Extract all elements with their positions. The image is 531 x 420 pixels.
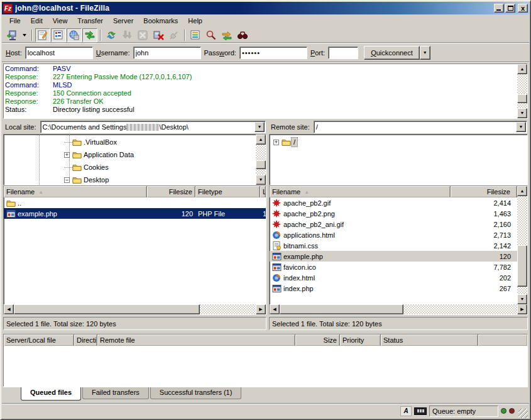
toolbar-button[interactable] xyxy=(204,28,219,42)
remote-horizontal-scrollbar[interactable]: ◀ ▶ xyxy=(270,304,527,314)
menu-item[interactable]: Edit xyxy=(26,16,48,26)
file-row[interactable]: favicon.ico 7,782 xyxy=(270,262,517,272)
file-row[interactable]: example.php 120 PHP File 1 xyxy=(4,208,266,219)
scroll-right-button[interactable]: ▶ xyxy=(256,304,266,314)
file-row[interactable]: bitnami.css 2,142 xyxy=(270,240,517,251)
toolbar-button[interactable] xyxy=(135,28,150,42)
toolbar-button[interactable] xyxy=(67,28,82,42)
queue-tab[interactable]: Successful transfers (1) xyxy=(150,387,242,399)
scroll-thumb[interactable] xyxy=(517,94,527,103)
tree-item[interactable]: + / xyxy=(270,136,527,148)
resize-grip[interactable] xyxy=(518,409,528,418)
local-path-combobox[interactable]: C:\Documents and Settings\Desktop\ ▼ xyxy=(40,121,266,133)
host-input[interactable] xyxy=(25,47,93,59)
local-tree-scrollbar[interactable]: ▲ ▼ xyxy=(256,135,266,185)
local-horizontal-scrollbar[interactable]: ◀ ▶ xyxy=(4,304,266,314)
column-header-remote-file[interactable]: Remote file xyxy=(97,334,295,346)
tree-item-label[interactable]: Desktop xyxy=(82,175,111,184)
scroll-up-button[interactable]: ▲ xyxy=(517,64,527,74)
username-input[interactable] xyxy=(133,47,201,59)
scroll-track[interactable] xyxy=(517,74,527,108)
scroll-thumb[interactable] xyxy=(280,304,403,314)
file-row[interactable]: apache_pb2_ani.gif 2,160 xyxy=(270,219,517,229)
tree-item[interactable]: + Application Data xyxy=(4,148,256,161)
menu-item[interactable]: Server xyxy=(108,16,138,26)
file-row[interactable]: .. xyxy=(4,197,266,208)
local-path-dropdown-icon[interactable]: ▼ xyxy=(255,122,265,132)
close-button[interactable]: x xyxy=(518,4,528,13)
tree-expander-icon[interactable]: + xyxy=(64,152,70,158)
tree-item-label[interactable]: Application Data xyxy=(82,150,136,159)
column-header-filename[interactable]: Filename▲ xyxy=(270,186,451,197)
column-header-status[interactable]: Status xyxy=(381,334,478,346)
toolbar-button[interactable] xyxy=(104,28,119,42)
column-header-direction[interactable]: Directi... xyxy=(74,334,97,346)
toolbar-button[interactable] xyxy=(151,28,166,42)
toolbar-button[interactable] xyxy=(35,28,50,42)
toolbar-button[interactable] xyxy=(4,28,19,42)
remote-path-dropdown-icon[interactable]: ▼ xyxy=(516,122,526,132)
queue-tab[interactable]: Failed transfers xyxy=(82,387,149,399)
tree-item[interactable]: − Desktop xyxy=(4,174,256,185)
column-header-lastmodified[interactable]: L xyxy=(260,186,266,197)
toolbar-button[interactable] xyxy=(188,28,203,42)
minimize-button[interactable] xyxy=(494,4,504,13)
tree-item[interactable]: Cookies xyxy=(4,161,256,174)
column-header-filesize[interactable]: Filesize xyxy=(147,186,195,197)
column-header-filename[interactable]: Filename▲ xyxy=(4,186,147,197)
file-row[interactable]: applications.html 2,713 xyxy=(270,229,517,240)
column-header-filesize[interactable]: Filesize xyxy=(451,186,517,197)
scroll-track[interactable] xyxy=(14,304,256,314)
remote-path-combobox[interactable]: / ▼ xyxy=(314,121,527,133)
file-row[interactable]: apache_pb2.gif 2,414 xyxy=(270,197,517,208)
tree-item-label[interactable]: / xyxy=(291,137,298,147)
queue-body[interactable] xyxy=(4,346,527,386)
password-input[interactable] xyxy=(239,47,307,59)
queue-tab[interactable]: Queued files xyxy=(21,387,81,401)
port-input[interactable] xyxy=(328,47,358,59)
message-log-scrollbar[interactable]: ▲ ▼ xyxy=(517,64,527,118)
column-header-priority[interactable]: Priority xyxy=(340,334,381,346)
menu-item[interactable]: Transfer xyxy=(72,16,108,26)
scroll-track[interactable] xyxy=(517,196,527,294)
speed-limit-indicator-icon[interactable] xyxy=(414,407,427,415)
file-row[interactable]: index.php 267 xyxy=(270,283,517,294)
scroll-right-button[interactable]: ▶ xyxy=(517,304,527,314)
remote-list-scrollbar[interactable]: ▲ ▼ xyxy=(517,186,527,304)
scroll-up-button[interactable]: ▲ xyxy=(256,135,266,145)
scroll-track[interactable] xyxy=(256,145,266,175)
tree-item[interactable]: .VirtualBox xyxy=(4,136,256,148)
file-row[interactable]: apache_pb2.png 1,463 xyxy=(270,208,517,219)
tree-expander-icon[interactable]: − xyxy=(64,177,70,183)
quickconnect-dropdown-button[interactable]: ▼ xyxy=(420,46,430,60)
menu-item[interactable]: View xyxy=(48,16,73,26)
ascii-transfer-indicator-icon[interactable]: A xyxy=(400,406,412,416)
toolbar-button[interactable] xyxy=(51,28,66,42)
menu-item[interactable]: Help xyxy=(183,16,207,26)
tree-item-label[interactable]: Cookies xyxy=(82,163,111,172)
file-row[interactable]: example.php 120 xyxy=(270,251,517,262)
tree-expander-icon[interactable]: + xyxy=(273,140,279,145)
title-bar[interactable]: Fz john@localhost - FileZilla x xyxy=(2,2,529,14)
toolbar-button[interactable] xyxy=(167,28,182,42)
scroll-down-button[interactable]: ▼ xyxy=(256,175,266,185)
scroll-down-button[interactable]: ▼ xyxy=(517,108,527,118)
scroll-thumb[interactable] xyxy=(14,304,200,314)
toolbar-button[interactable] xyxy=(119,28,134,42)
menu-item[interactable]: File xyxy=(4,16,26,26)
scroll-up-button[interactable]: ▲ xyxy=(517,186,527,196)
column-header-filetype[interactable]: Filetype xyxy=(195,186,260,197)
toolbar-button[interactable] xyxy=(219,28,234,42)
scroll-thumb[interactable] xyxy=(256,160,266,169)
menu-item[interactable]: Bookmarks xyxy=(138,16,183,26)
scroll-left-button[interactable]: ◀ xyxy=(4,304,14,314)
quickconnect-button[interactable]: Quickconnect xyxy=(364,46,420,60)
toolbar-button[interactable] xyxy=(82,28,97,42)
toolbar-button[interactable] xyxy=(235,28,250,42)
column-header-server-local-file[interactable]: Server/Local file xyxy=(4,334,74,346)
scroll-thumb[interactable] xyxy=(517,245,527,287)
scroll-track[interactable] xyxy=(280,304,517,314)
scroll-down-button[interactable]: ▼ xyxy=(517,294,527,304)
scroll-left-button[interactable]: ◀ xyxy=(270,304,280,314)
toolbar-button[interactable] xyxy=(20,28,29,42)
